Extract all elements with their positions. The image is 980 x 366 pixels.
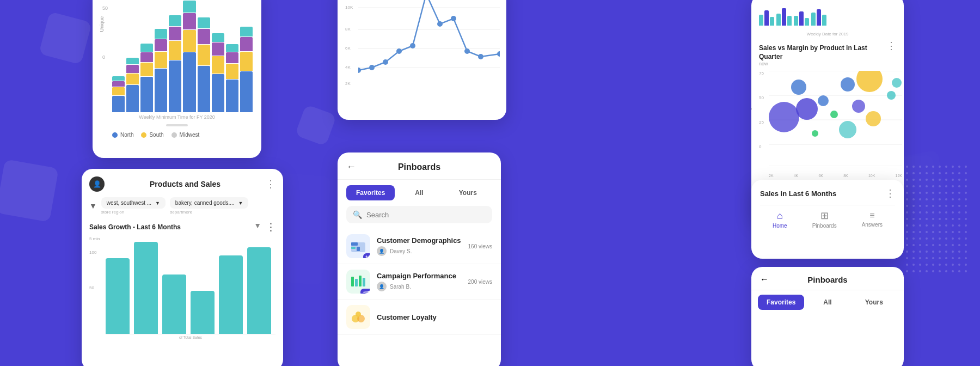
davey-avatar: 👤 (377, 246, 387, 256)
svg-point-31 (769, 102, 799, 132)
bar-segment (126, 65, 139, 73)
svg-point-25 (841, 77, 855, 91)
bar-segment (126, 85, 139, 112)
scrollbar[interactable] (166, 124, 188, 126)
bar-segment (198, 17, 210, 28)
svg-point-23 (791, 80, 806, 95)
campaign-performance-meta: 👤 Sarah B. (377, 282, 462, 291)
svg-point-32 (866, 111, 881, 126)
bar-segment (140, 77, 153, 112)
of-total-sales-label: of Total Sales (106, 335, 275, 339)
pinboards-card: ← Pinboards Favorites All Yours 🔍 +4 Cus… (338, 152, 501, 366)
scatter-more-button[interactable]: ⋮ (886, 40, 896, 52)
customer-demographics-views: 160 views (468, 243, 492, 249)
legend-dot-north (112, 132, 118, 138)
bar-segment (240, 52, 253, 71)
pinboards-mini-back-button[interactable]: ← (760, 274, 769, 284)
svg-point-30 (852, 100, 865, 113)
bar-segment (169, 60, 181, 112)
bar-segment (155, 69, 167, 112)
pinboards-mini-header: ← Pinboards (751, 267, 904, 290)
bar-segment (155, 29, 167, 39)
campaign-performance-icon: +89 (346, 270, 370, 294)
y-axis-title: % Gross Margin (751, 105, 752, 136)
bar-group (226, 44, 238, 112)
bar-segment (226, 44, 238, 52)
svg-point-13 (437, 21, 443, 27)
pinboard-item-customer-loyalty[interactable]: Customer Loyalty (338, 300, 501, 335)
nav-answers-bottom[interactable]: ≡ Answers (862, 211, 883, 228)
bar-segment (169, 15, 181, 26)
scatter-top-subtitle: Weekly Date for 2019 (759, 32, 896, 36)
pinboards-mini-tabs: Favorites All Yours (751, 290, 904, 310)
pinboards-tabs: Favorites All Yours (338, 180, 501, 200)
answers-icon-bottom: ≡ (869, 211, 874, 221)
scatter-svg (769, 71, 902, 166)
bar-segment (155, 39, 167, 51)
campaign-performance-badge: +89 (360, 289, 370, 294)
legend-south: South (141, 132, 163, 138)
bar-segment (183, 52, 195, 112)
bar-group (198, 17, 210, 112)
tab-favorites[interactable]: Favorites (346, 185, 395, 200)
svg-rect-39 (357, 247, 360, 251)
svg-point-9 (383, 59, 388, 65)
pinboards-back-button[interactable]: ← (346, 161, 356, 173)
tab-yours-mini[interactable]: Yours (851, 295, 897, 310)
products-header-icons: ⋮ (266, 178, 275, 190)
campaign-performance-views: 200 views (468, 279, 492, 285)
bar-segment (212, 74, 224, 112)
svg-rect-38 (351, 247, 356, 249)
mini-bar-chart (759, 6, 826, 26)
svg-point-8 (369, 65, 375, 70)
legend-north: North (112, 132, 133, 138)
department-label: department (170, 210, 248, 215)
products-more-button[interactable]: ⋮ (266, 178, 275, 190)
pinboards-search-bar[interactable]: 🔍 (346, 206, 492, 223)
sales-filter-icon[interactable]: ▼ (254, 221, 261, 233)
bar-segment (240, 71, 253, 112)
scatter-section1-sub: now (759, 61, 886, 66)
department-dropdown[interactable]: bakery, canned goods.... ▼ (170, 197, 248, 209)
x-label-8k: 8K (843, 174, 848, 178)
sales-more-icon[interactable]: ⋮ (266, 221, 275, 233)
pinboards-header: ← Pinboards (338, 152, 501, 180)
nav-pinboards-bottom[interactable]: ⊞ Pinboards (812, 210, 837, 229)
pinboard-item-campaign-performance[interactable]: +89 Campaign Performance 👤 Sarah B. 200 … (338, 264, 501, 300)
nav-home-bottom[interactable]: ⌂ Home (773, 210, 787, 229)
nav-answers-bottom-label: Answers (862, 222, 883, 228)
scatter-top-section (759, 2, 896, 29)
customer-loyalty-icon (346, 305, 370, 329)
svg-point-14 (451, 16, 456, 21)
svg-rect-1 (904, 163, 969, 272)
pinboard-item-customer-demographics[interactable]: +4 Customer Demographics 👤 Davey S. 160 … (338, 229, 501, 264)
bar-segment (240, 27, 253, 36)
campaign-performance-title: Campaign Performance (377, 272, 462, 280)
tab-yours[interactable]: Yours (444, 185, 492, 200)
tab-favorites-mini[interactable]: Favorites (758, 295, 804, 310)
store-region-dropdown[interactable]: west, southwest ... ▼ (101, 197, 166, 209)
bar-segment (140, 52, 153, 62)
tab-all[interactable]: All (395, 185, 443, 200)
pinboards-icon-bottom: ⊞ (820, 210, 829, 222)
bar-segment (112, 87, 125, 95)
svg-point-15 (464, 48, 470, 54)
sales-6-months-more-button[interactable]: ⋮ (885, 187, 895, 199)
campaign-performance-info: Campaign Performance 👤 Sarah B. (377, 272, 462, 291)
sales-last-6-months-card: Sales in Last 6 Months ⋮ ⌂ Home ⊞ Pinboa… (751, 180, 904, 259)
svg-rect-41 (355, 279, 358, 286)
bar-group (112, 76, 125, 112)
svg-rect-43 (363, 278, 365, 286)
x-label-2k: 2K (769, 174, 774, 178)
bar-chart-legend: North South Midwest (101, 132, 253, 138)
line-chart-area: 12K 10K 8K 6K 4K 2K Total View Runtime l… (345, 0, 499, 95)
svg-point-11 (410, 43, 415, 48)
svg-rect-37 (351, 242, 358, 246)
svg-point-10 (396, 48, 402, 54)
svg-rect-42 (359, 276, 362, 286)
tab-all-mini[interactable]: All (804, 295, 850, 310)
line-chart-svg (358, 0, 500, 89)
search-input[interactable] (366, 211, 486, 219)
bar-chart-card: Unique 50 0 Weekly Minimum Time for FY 2… (93, 0, 261, 158)
svg-point-33 (892, 78, 902, 88)
